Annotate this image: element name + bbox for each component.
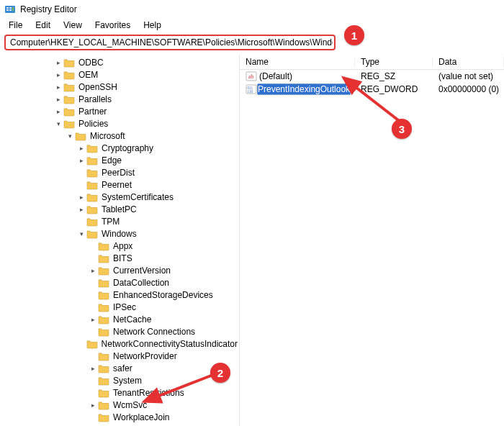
tree-expander-closed[interactable]: ▸ [88, 267, 98, 274]
value-name: PreventIndexingOutlook [257, 83, 351, 95]
tree-item-label: WcmSvc [112, 400, 148, 410]
tree-item[interactable]: ▸ DataCollection [0, 276, 239, 289]
tree-item[interactable]: ▸ Network Connections [0, 325, 239, 337]
tree-expander-closed[interactable]: ▸ [53, 71, 63, 78]
value-icon: 011 110 [246, 83, 257, 95]
menu-edit[interactable]: Edit [30, 19, 56, 31]
address-input[interactable] [9, 37, 334, 48]
tree-item-label: Microsoft [89, 131, 127, 141]
tree-item-label: NetCache [112, 314, 153, 325]
annotation-callout-2: 2 [210, 363, 230, 383]
svg-rect-3 [9, 7, 12, 9]
tree-expander-closed[interactable]: ▸ [76, 206, 86, 213]
menu-help[interactable]: Help [138, 19, 167, 31]
tree-item[interactable]: ▸ WcmSvc [0, 399, 239, 411]
tree-item[interactable]: ▸ TabletPC [0, 203, 239, 215]
folder-icon [98, 241, 109, 251]
folder-icon [63, 82, 75, 92]
tree-item-label: OEM [77, 70, 99, 80]
tree-expander-closed[interactable]: ▸ [53, 59, 63, 66]
tree-item[interactable]: ▸ safer [0, 362, 239, 374]
menu-favorites[interactable]: Favorites [89, 19, 136, 31]
tree-expander-closed[interactable]: ▸ [88, 316, 98, 323]
tree-expander-open[interactable]: ▾ [53, 120, 63, 127]
tree-item[interactable]: ▸ BITS [0, 252, 239, 264]
tree-expander-closed[interactable]: ▸ [88, 402, 98, 409]
tree-item[interactable]: ▸ TenantRestrictions [0, 386, 239, 399]
tree-item-label: System [112, 376, 143, 386]
value-row[interactable]: 011 110 PreventIndexingOutlookREG_DWORD0… [240, 83, 504, 96]
tree-item[interactable]: ▸ ODBC [0, 56, 239, 68]
tree-item-label: safer [112, 363, 134, 373]
tree-expander-open[interactable]: ▾ [65, 132, 75, 140]
tree-item[interactable]: ▸ Partner [0, 105, 239, 117]
menu-view[interactable]: View [58, 19, 88, 31]
tree-item[interactable]: ▸ TPM [0, 215, 239, 227]
menu-file[interactable]: File [3, 19, 28, 31]
tree-item-label: SystemCertificates [100, 192, 175, 202]
list-header: Name Type Data [240, 55, 504, 70]
folder-icon [98, 388, 109, 398]
svg-rect-2 [6, 9, 9, 11]
tree-item[interactable]: ▸ Appx [0, 240, 239, 252]
tree-item[interactable]: ▾ Windows [0, 227, 239, 240]
folder-icon [86, 204, 98, 214]
tree-item[interactable]: ▸ NetworkProvider [0, 350, 239, 362]
regedit-icon [4, 4, 16, 15]
tree-item[interactable]: ▾ Microsoft [0, 130, 239, 142]
folder-icon [63, 119, 75, 129]
tree-item[interactable]: ▸ NetworkConnectivityStatusIndicator [0, 337, 239, 350]
values-pane[interactable]: Name Type Data ab (Default)REG_SZ(value … [240, 55, 504, 426]
tree-item[interactable]: ▸ CurrentVersion [0, 264, 239, 276]
tree-item-label: Windows [100, 229, 138, 239]
tree-item[interactable]: ▸ Peernet [0, 178, 239, 191]
tree-item[interactable]: ▸ SystemCertificates [0, 191, 239, 203]
tree-pane[interactable]: ▸ ODBC▸ OEM▸ OpenSSH▸ Parallels▸ Partner… [0, 55, 240, 426]
tree-item[interactable]: ▾ Policies [0, 117, 239, 130]
tree-item[interactable]: ▸ Edge [0, 154, 239, 166]
tree-item[interactable]: ▸ NetCache [0, 313, 239, 325]
tree-item[interactable]: ▸ WorkplaceJoin [0, 411, 239, 423]
tree-item-label: CurrentVersion [112, 266, 172, 276]
folder-icon [86, 143, 98, 153]
tree-expander-closed[interactable]: ▸ [53, 96, 63, 103]
tree-expander-closed[interactable]: ▸ [76, 194, 86, 201]
tree-expander-closed[interactable]: ▸ [53, 108, 63, 115]
folder-icon [63, 106, 75, 117]
value-icon: ab [246, 71, 257, 82]
folder-icon [86, 180, 98, 190]
value-type: REG_SZ [355, 71, 433, 81]
tree-expander-closed[interactable]: ▸ [76, 145, 86, 152]
tree-item[interactable]: ▸ WSDAPI [0, 423, 239, 426]
col-header-type[interactable]: Type [355, 57, 433, 67]
tree-item-label: Peernet [100, 180, 133, 190]
folder-icon [86, 168, 98, 178]
svg-rect-1 [6, 7, 9, 9]
tree-item[interactable]: ▸ Parallels [0, 93, 239, 105]
menu-bar: File Edit View Favorites Help [0, 19, 504, 35]
tree-item[interactable]: ▸ PeerDist [0, 166, 239, 178]
tree-expander-open[interactable]: ▾ [76, 230, 86, 237]
folder-icon [86, 192, 98, 202]
tree-item[interactable]: ▸ IPSec [0, 301, 239, 313]
tree-item-label: DataCollection [112, 278, 171, 288]
folder-icon [75, 131, 86, 141]
title-bar: Registry Editor [0, 0, 504, 19]
tree-item[interactable]: ▸ EnhancedStorageDevices [0, 289, 239, 301]
svg-rect-4 [9, 9, 12, 11]
folder-icon [63, 70, 75, 80]
folder-icon [86, 155, 98, 166]
tree-expander-closed[interactable]: ▸ [53, 83, 63, 91]
folder-icon [98, 314, 109, 325]
tree-item[interactable]: ▸ OpenSSH [0, 81, 239, 93]
col-header-data[interactable]: Data [433, 57, 504, 67]
tree-item[interactable]: ▸ Cryptography [0, 142, 239, 154]
tree-item[interactable]: ▸ System [0, 374, 239, 386]
col-header-name[interactable]: Name [240, 57, 355, 67]
value-name: (Default) [259, 71, 292, 81]
tree-item[interactable]: ▸ OEM [0, 68, 239, 81]
value-row[interactable]: ab (Default)REG_SZ(value not set) [240, 70, 504, 83]
tree-expander-closed[interactable]: ▸ [76, 157, 86, 164]
folder-icon [98, 327, 109, 337]
tree-expander-closed[interactable]: ▸ [88, 365, 98, 372]
